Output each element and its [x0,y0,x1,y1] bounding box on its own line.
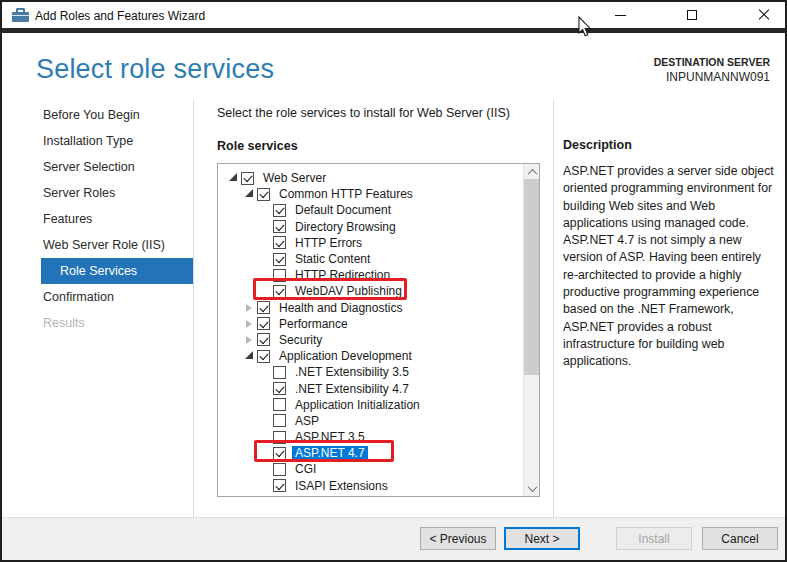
description-title: Description [563,138,632,152]
tree-item-label[interactable]: Performance [276,317,351,331]
tree-row-asp[interactable]: ASP [218,413,539,429]
tree-row--net-extensibility-4-7[interactable]: .NET Extensibility 4.7 [218,380,539,396]
role-services-caption: Role services [217,139,298,153]
checkbox-checked[interactable] [273,382,286,395]
tree-row-health-and-diagnostics[interactable]: Health and Diagnostics [218,300,539,316]
window-title: Add Roles and Features Wizard [35,9,205,23]
expander-collapsed-icon[interactable] [246,320,252,328]
checkbox-checked[interactable] [273,204,286,217]
checkbox-checked[interactable] [273,236,286,249]
checkbox-checked[interactable] [257,317,270,330]
chevron-down-icon [527,482,537,492]
previous-button[interactable]: < Previous [420,527,496,550]
wizard-nav-sidebar: Before You BeginInstallation TypeServer … [2,102,193,336]
tree-row--net-extensibility-3-5[interactable]: .NET Extensibility 3.5 [218,364,539,380]
sidebar-item-installation-type[interactable]: Installation Type [2,128,193,154]
titlebar-separator [2,28,785,33]
tree-item-label[interactable]: Common HTTP Features [276,187,416,201]
install-button[interactable]: Install [616,527,692,550]
tree-item-label[interactable]: HTTP Redirection [292,268,393,282]
checkbox-checked[interactable] [257,188,270,201]
chevron-up-icon [527,168,537,178]
checkbox-checked[interactable] [257,350,270,363]
tree-item-label[interactable]: WebDAV Publishing [292,284,405,298]
tree-item-label[interactable]: Static Content [292,252,373,266]
expander-expanded-icon[interactable] [229,173,237,181]
expander-collapsed-icon[interactable] [246,336,252,344]
scroll-down-button[interactable] [524,480,540,496]
tree-scrollbar[interactable] [523,164,539,496]
tree-item-label[interactable]: HTTP Errors [292,236,365,250]
minimize-button[interactable] [597,2,643,28]
expander-expanded-icon[interactable] [245,189,253,197]
tree-row-common-http-features[interactable]: Common HTTP Features [218,186,539,202]
tree-row-http-errors[interactable]: HTTP Errors [218,235,539,251]
tree-item-label[interactable]: Application Development [276,349,415,363]
sidebar-item-confirmation[interactable]: Confirmation [2,284,193,310]
tree-item-label[interactable]: Health and Diagnostics [276,301,405,315]
tree-row-http-redirection[interactable]: HTTP Redirection [218,267,539,283]
tree-row-webdav-publishing[interactable]: WebDAV Publishing [218,283,539,299]
tree-row-static-content[interactable]: Static Content [218,251,539,267]
tree-row-cgi[interactable]: CGI [218,461,539,477]
tree-item-label[interactable]: .NET Extensibility 3.5 [292,365,412,379]
destination-server-block: DESTINATION SERVER INPUNMANNW091 [654,55,770,85]
tree-row-application-development[interactable]: Application Development [218,348,539,364]
checkbox-unchecked[interactable] [273,269,286,282]
tree-item-label[interactable]: Web Server [260,171,329,185]
tree-item-label[interactable]: Application Initialization [292,398,423,412]
sidebar-item-features[interactable]: Features [2,206,193,232]
checkbox-checked[interactable] [257,333,270,346]
tree-row-isapi-extensions[interactable]: ISAPI Extensions [218,478,539,494]
tree-item-label[interactable]: Directory Browsing [292,220,399,234]
tree-row-default-document[interactable]: Default Document [218,202,539,218]
checkbox-unchecked[interactable] [273,366,286,379]
checkbox-checked[interactable] [273,220,286,233]
description-text: ASP.NET provides a server side object or… [563,163,776,371]
scrollbar-thumb[interactable] [524,179,540,375]
sidebar-item-role-services[interactable]: Role Services [41,258,193,284]
checkbox-checked[interactable] [257,301,270,314]
sidebar-item-web-server-role-iis-[interactable]: Web Server Role (IIS) [2,232,193,258]
sidebar-item-before-you-begin[interactable]: Before You Begin [2,102,193,128]
checkbox-unchecked[interactable] [273,414,286,427]
tree-row-web-server[interactable]: Web Server [218,170,539,186]
tree-row-asp-net-4-7[interactable]: ASP.NET 4.7 [218,445,539,461]
next-button[interactable]: Next > [504,527,580,550]
tree-item-label[interactable]: ISAPI Extensions [292,479,391,493]
tree-row-performance[interactable]: Performance [218,316,539,332]
checkbox-checked[interactable] [273,447,286,460]
tree-item-label[interactable]: ASP.NET 3.5 [292,430,368,444]
tree-item-label[interactable]: ASP.NET 4.7 [292,446,368,460]
tree-item-label[interactable]: Default Document [292,203,394,217]
tree-item-label[interactable]: CGI [292,462,319,476]
maximize-button[interactable] [669,2,715,28]
role-services-tree: Web ServerCommon HTTP FeaturesDefault Do… [217,163,540,497]
sidebar-item-server-roles[interactable]: Server Roles [2,180,193,206]
maximize-icon [687,10,697,20]
checkbox-checked[interactable] [273,253,286,266]
tree-row-application-initialization[interactable]: Application Initialization [218,397,539,413]
expander-collapsed-icon[interactable] [246,304,252,312]
tree-row-asp-net-3-5[interactable]: ASP.NET 3.5 [218,429,539,445]
tree-item-label[interactable]: ASP [292,414,322,428]
checkbox-unchecked[interactable] [273,463,286,476]
tree-row-directory-browsing[interactable]: Directory Browsing [218,219,539,235]
cancel-button[interactable]: Cancel [702,527,778,550]
minimize-icon [615,15,626,16]
sidebar-item-server-selection[interactable]: Server Selection [2,154,193,180]
checkbox-checked[interactable] [273,285,286,298]
scroll-up-button[interactable] [524,164,540,180]
close-button[interactable] [741,2,787,28]
toolbox-icon [12,8,29,23]
expander-expanded-icon[interactable] [245,351,253,359]
sidebar-divider [193,100,194,517]
tree-item-label[interactable]: Security [276,333,325,347]
tree-item-label[interactable]: .NET Extensibility 4.7 [292,382,412,396]
checkbox-checked[interactable] [241,172,254,185]
checkbox-checked[interactable] [273,479,286,492]
tree-row-security[interactable]: Security [218,332,539,348]
button-bar: < Previous Next > Install Cancel [2,517,785,560]
checkbox-unchecked[interactable] [273,398,286,411]
checkbox-unchecked[interactable] [273,431,286,444]
